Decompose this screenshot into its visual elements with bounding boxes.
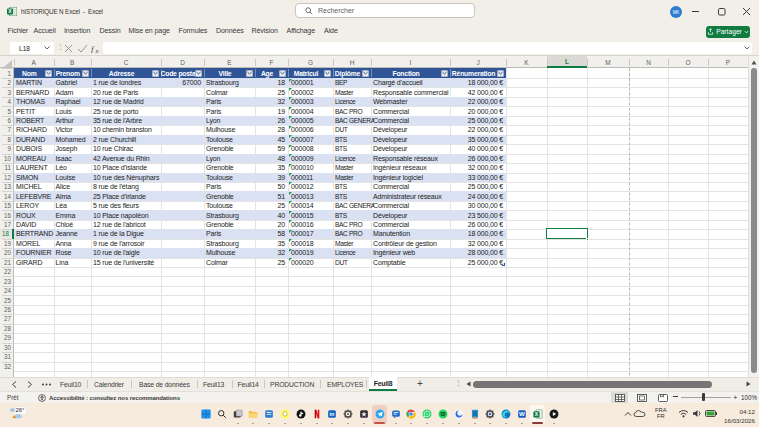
svg-text:f: f bbox=[91, 44, 95, 53]
svg-text:x: x bbox=[95, 47, 99, 54]
svg-text:W: W bbox=[519, 410, 525, 417]
svg-text:in: in bbox=[330, 411, 335, 417]
